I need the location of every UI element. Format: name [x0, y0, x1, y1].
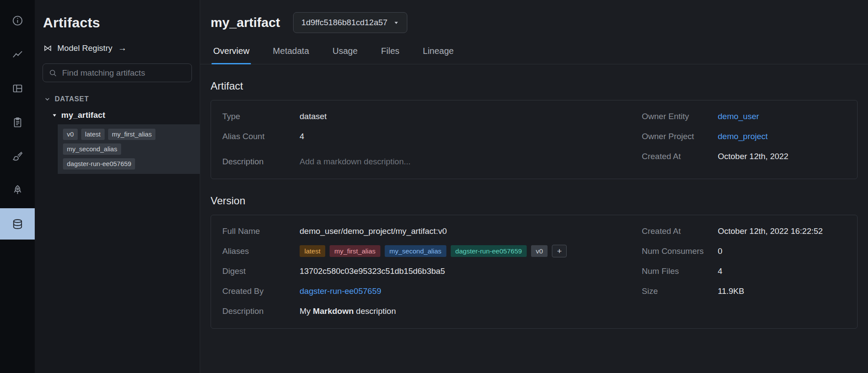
field-value: October 12th, 2022 16:22:52: [718, 225, 823, 238]
field-created-at: Created At October 12th, 2022: [642, 150, 846, 163]
chevron-down-icon: [393, 20, 399, 26]
version-description-value[interactable]: My Markdown description: [300, 305, 396, 318]
alias-tag[interactable]: latest: [300, 245, 325, 257]
owner-entity-link[interactable]: demo_user: [718, 110, 759, 123]
artifact-search-input[interactable]: [62, 68, 186, 78]
field-value: dataset: [300, 110, 327, 123]
version-hash-value: 1d9ffc5186b81cd12a57: [301, 18, 387, 27]
field-version-description: Description My Markdown description: [222, 305, 616, 318]
field-label: Num Consumers: [642, 245, 718, 258]
alias-tag[interactable]: my_first_alias: [330, 245, 380, 257]
caret-down-icon: [52, 113, 57, 118]
artifact-tree: DATASET my_artifact v0 latest my_first_a…: [35, 95, 200, 174]
artifact-detail-pane: my_artifact 1d9ffc5186b81cd12a57 Overvie…: [200, 0, 868, 373]
arrow-right-icon: →: [118, 43, 127, 53]
field-label: Alias Count: [222, 130, 300, 143]
field-label: Created At: [642, 225, 718, 238]
field-owner-entity: Owner Entity demo_user: [642, 110, 846, 123]
tab-usage[interactable]: Usage: [331, 46, 360, 64]
page-title: my_artifact: [211, 12, 280, 33]
nav-sweeps-button[interactable]: [0, 139, 35, 173]
nav-rail: [0, 0, 35, 373]
field-label: Description: [222, 155, 300, 168]
field-digest: Digest 13702c580c03e95323c51db15d6b3ba5: [222, 265, 616, 278]
artifact-panel-left: Type dataset Alias Count 4 Description A…: [222, 110, 616, 175]
artifacts-sidebar: Artifacts Model Registry → DATASET: [35, 0, 200, 373]
field-value: October 12th, 2022: [718, 150, 789, 163]
digest-value: 13702c580c03e95323c51db15d6b3ba5: [300, 265, 445, 278]
tab-files[interactable]: Files: [380, 46, 401, 64]
field-value: 4: [718, 265, 723, 278]
field-value: demo_user/demo_project/my_artifact:v0: [300, 225, 447, 238]
nav-reports-button[interactable]: [0, 105, 35, 139]
nav-artifacts-button[interactable]: [0, 208, 35, 240]
artifact-panel: Type dataset Alias Count 4 Description A…: [211, 100, 858, 179]
tree-section-dataset[interactable]: DATASET: [35, 95, 200, 103]
tree-section-label: DATASET: [55, 95, 89, 103]
owner-project-link[interactable]: demo_project: [718, 130, 768, 143]
field-value: 0: [718, 245, 723, 258]
field-label: Created At: [642, 150, 718, 163]
version-panel-right: Created At October 12th, 2022 16:22:52 N…: [642, 225, 846, 305]
version-hash-dropdown[interactable]: 1d9ffc5186b81cd12a57: [293, 12, 407, 33]
alias-chip: my_first_alias: [108, 129, 156, 140]
model-registry-icon: [43, 43, 53, 53]
field-type: Type dataset: [222, 110, 616, 123]
created-by-run-link[interactable]: dagster-run-ee057659: [300, 285, 381, 298]
version-panel: Full Name demo_user/demo_project/my_arti…: [211, 215, 858, 329]
model-registry-label: Model Registry: [57, 43, 112, 53]
nav-info-button[interactable]: [0, 3, 35, 37]
artifact-section-heading: Artifact: [211, 80, 858, 92]
field-description: Description Add a markdown description..…: [222, 155, 616, 168]
field-label: Owner Project: [642, 130, 718, 143]
nav-panels-button[interactable]: [0, 71, 35, 105]
description-placeholder[interactable]: Add a markdown description...: [300, 155, 411, 168]
field-alias-count: Alias Count 4: [222, 130, 616, 143]
field-full-name: Full Name demo_user/demo_project/my_arti…: [222, 225, 616, 238]
field-label: Size: [642, 285, 718, 298]
artifacts-page: Artifacts Model Registry → DATASET: [0, 0, 868, 373]
artifact-tabs: Overview Metadata Usage Files Lineage: [200, 46, 868, 64]
description-text: My: [300, 306, 313, 316]
field-value: 11.9KB: [718, 285, 744, 298]
artifact-panel-right: Owner Entity demo_user Owner Project dem…: [642, 110, 846, 170]
version-section-heading: Version: [211, 195, 858, 207]
sweep-brush-icon: [12, 150, 23, 162]
field-label: Created By: [222, 285, 300, 298]
model-registry-link[interactable]: Model Registry →: [43, 43, 127, 53]
field-owner-project: Owner Project demo_project: [642, 130, 846, 143]
overview-content: Artifact Type dataset Alias Count 4 Desc…: [200, 80, 868, 329]
line-chart-icon: [12, 49, 23, 60]
field-num-consumers: Num Consumers 0: [642, 245, 846, 258]
add-alias-button[interactable]: +: [552, 245, 567, 257]
field-version-created-at: Created At October 12th, 2022 16:22:52: [642, 225, 846, 238]
version-chip: v0: [63, 129, 78, 140]
alias-tag[interactable]: dagster-run-ee057659: [451, 245, 527, 257]
tree-version-row[interactable]: v0 latest my_first_alias my_second_alias…: [58, 124, 200, 174]
search-icon: [49, 69, 57, 77]
field-num-files: Num Files 4: [642, 265, 846, 278]
tab-overview[interactable]: Overview: [211, 46, 251, 64]
version-panel-left: Full Name demo_user/demo_project/my_arti…: [222, 225, 616, 325]
tree-artifact-name: my_artifact: [61, 110, 105, 120]
field-value: 4: [300, 130, 304, 143]
description-text: description: [354, 306, 396, 316]
table-panels-icon: [12, 83, 23, 94]
alias-tag-row: latest my_first_alias my_second_alias da…: [300, 245, 567, 257]
plus-icon: +: [557, 245, 562, 258]
version-tag[interactable]: v0: [531, 245, 548, 257]
launch-rocket-icon: [12, 184, 23, 196]
alias-tag[interactable]: my_second_alias: [385, 245, 446, 257]
field-label: Owner Entity: [642, 110, 718, 123]
tree-item-my-artifact[interactable]: my_artifact: [35, 110, 200, 120]
report-clipboard-icon: [12, 117, 23, 128]
nav-launch-button[interactable]: [0, 173, 35, 207]
tab-metadata[interactable]: Metadata: [271, 46, 310, 64]
field-size: Size 11.9KB: [642, 285, 846, 298]
field-label: Full Name: [222, 225, 300, 238]
tab-lineage[interactable]: Lineage: [421, 46, 455, 64]
field-created-by: Created By dagster-run-ee057659: [222, 285, 616, 298]
nav-charts-button[interactable]: [0, 37, 35, 71]
info-icon: [12, 15, 23, 27]
description-bold-text: Markdown: [313, 306, 354, 316]
